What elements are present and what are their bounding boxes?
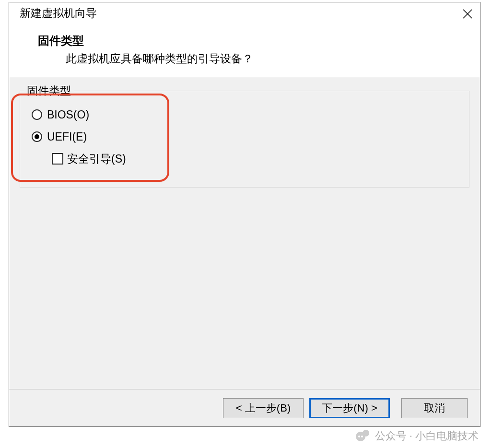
close-icon xyxy=(462,9,473,21)
next-button[interactable]: 下一步(N) > xyxy=(309,398,390,418)
group-legend: 固件类型 xyxy=(24,83,74,98)
radio-uefi-label: UEFI(E) xyxy=(47,130,87,143)
watermark-text: 公众号 · 小白电脑技术 xyxy=(375,429,479,443)
title-bar: 新建虚拟机向导 xyxy=(9,2,480,24)
checkbox-icon xyxy=(52,153,63,165)
dialog-body: 固件类型 BIOS(O) UEFI(E) 安全引导(S) xyxy=(9,77,480,188)
checkbox-secure-boot-label: 安全引导(S) xyxy=(67,152,126,166)
header-subtitle: 此虚拟机应具备哪种类型的引导设备？ xyxy=(38,51,480,66)
dialog-footer: < 上一步(B) 下一步(N) > 取消 xyxy=(9,389,480,426)
header-title: 固件类型 xyxy=(38,33,480,48)
radio-uefi[interactable]: UEFI(E) xyxy=(32,126,460,148)
watermark: 公众号 · 小白电脑技术 xyxy=(356,429,479,443)
radio-bios-label: BIOS(O) xyxy=(47,108,89,121)
close-button[interactable] xyxy=(457,6,478,24)
next-button-label: 下一步(N) > xyxy=(322,401,377,415)
firmware-type-group: 固件类型 BIOS(O) UEFI(E) 安全引导(S) xyxy=(20,91,469,188)
dialog-header: 固件类型 此虚拟机应具备哪种类型的引导设备？ xyxy=(9,24,480,77)
checkbox-secure-boot[interactable]: 安全引导(S) xyxy=(52,148,460,170)
radio-icon xyxy=(32,109,42,120)
radio-icon xyxy=(32,131,42,142)
cancel-button-label: 取消 xyxy=(424,401,445,415)
dialog-title: 新建虚拟机向导 xyxy=(20,5,97,21)
wizard-dialog: 新建虚拟机向导 固件类型 此虚拟机应具备哪种类型的引导设备？ 固件类型 BIOS… xyxy=(9,2,480,427)
cancel-button[interactable]: 取消 xyxy=(401,398,468,418)
back-button-label: < 上一步(B) xyxy=(236,401,291,415)
back-button[interactable]: < 上一步(B) xyxy=(223,398,304,418)
radio-bios[interactable]: BIOS(O) xyxy=(32,104,460,126)
wechat-icon xyxy=(356,430,370,442)
